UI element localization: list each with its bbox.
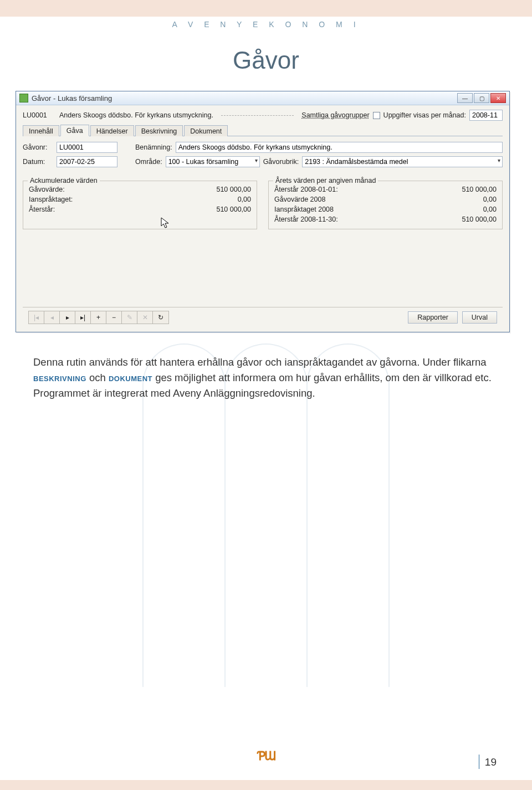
benamning-input[interactable] [176, 142, 503, 153]
tab-strip: Innehåll Gåva Händelser Beskrivning Doku… [23, 124, 503, 136]
app-icon [19, 94, 28, 102]
year-row-value: 510 000,00 [462, 186, 497, 193]
nav-first-button[interactable]: |◂ [29, 311, 44, 324]
nav-last-button[interactable]: ▸| [75, 311, 91, 324]
ackumulerade-groupbox: Ackumulerade värden Gåvovärde:510 000,00… [23, 181, 257, 229]
nav-delete-button[interactable]: − [106, 311, 122, 324]
group-checkbox[interactable] [373, 112, 380, 119]
ack-row-value: 0,00 [216, 196, 251, 203]
window-title: Gåvor - Lukas församling [32, 94, 112, 102]
tab-dokument[interactable]: Dokument [184, 125, 228, 136]
section-title: Gåvor [0, 42, 532, 91]
minimize-button[interactable]: — [457, 93, 473, 103]
nav-prev-button[interactable]: ◂ [44, 311, 60, 324]
page-number: 19 [479, 755, 497, 769]
ack-row-value: 510 000,00 [216, 186, 251, 193]
ack-row-label: Återstår: [29, 206, 205, 213]
uppgifter-input[interactable] [469, 110, 503, 121]
footer-logo: ƤƜ [258, 749, 275, 763]
nav-cancel-button[interactable]: ✕ [137, 311, 153, 324]
omrade-label: Område: [135, 158, 162, 166]
benamning-label: Benämning: [135, 143, 172, 151]
page-header: A V E N Y E K O N O M I [0, 17, 532, 42]
group-link[interactable]: Samtliga gåvogrupper [301, 111, 369, 119]
record-navigator: |◂ ◂ ▸ ▸| + − ✎ ✕ ↻ [28, 311, 169, 324]
gavorubrik-label: Gåvorubrik: [263, 158, 299, 166]
nav-edit-button[interactable]: ✎ [122, 311, 137, 324]
arets-groupbox: Årets värden per angiven månad Återstår … [268, 181, 503, 229]
minimize-icon: — [462, 95, 468, 101]
tab-gava[interactable]: Gåva [60, 125, 89, 136]
gavonr-label: Gåvonr: [23, 143, 53, 151]
body-text: Denna rutin används för att hantera erhå… [33, 355, 493, 401]
gavorubrik-select[interactable] [302, 156, 503, 167]
tab-innehall[interactable]: Innehåll [23, 125, 59, 136]
body-p1c: ges möjlighet att informera om hur gåvan… [155, 372, 492, 383]
keyword-beskrivning: beskrivning [33, 372, 86, 383]
year-row-value: 0,00 [462, 196, 497, 203]
keyword-dokument: dokument [109, 372, 152, 383]
titlebar: Gåvor - Lukas församling — ▢ ✕ [16, 91, 509, 105]
close-button[interactable]: ✕ [490, 93, 506, 103]
year-row-label: Återstår 2008-01-01: [274, 186, 451, 193]
app-window: Gåvor - Lukas församling — ▢ ✕ LU0001 An… [16, 91, 510, 332]
tab-handelser[interactable]: Händelser [90, 125, 134, 136]
nav-add-button[interactable]: + [91, 311, 106, 324]
urval-button[interactable]: Urval [462, 311, 497, 324]
year-row-label: Återstår 2008-11-30: [274, 216, 451, 223]
desc-text: Anders Skoogs dödsbo. För kyrkans utsmyc… [59, 111, 213, 119]
body-p1a: Denna rutin används för att hantera erhå… [33, 356, 487, 368]
code-label: LU0001 [23, 111, 56, 119]
footer-band [0, 780, 532, 790]
rapporter-button[interactable]: Rapporter [408, 311, 458, 324]
ack-row-label: Gåvovärde: [29, 186, 205, 193]
ack-row-value: 510 000,00 [216, 206, 251, 213]
bottom-toolbar: |◂ ◂ ▸ ▸| + − ✎ ✕ ↻ Rapporter Urval [23, 307, 503, 327]
year-legend: Årets värden per angiven månad [273, 177, 378, 184]
maximize-button[interactable]: ▢ [474, 93, 489, 103]
uppgifter-label: Uppgifter visas per månad: [383, 111, 466, 119]
maximize-icon: ▢ [479, 95, 484, 101]
tab-beskrivning[interactable]: Beskrivning [135, 125, 183, 136]
body-p2: Programmet är integrerat med Aveny Anläg… [33, 386, 493, 401]
ack-legend: Ackumulerade värden [28, 177, 100, 184]
nav-refresh-button[interactable]: ↻ [153, 311, 168, 324]
header-band [0, 0, 532, 17]
close-icon: ✕ [496, 95, 500, 101]
dotted-separator [221, 115, 294, 116]
year-row-label: Ianspråktaget 2008 [274, 206, 451, 213]
nav-next-button[interactable]: ▸ [60, 311, 75, 324]
year-row-value: 0,00 [462, 206, 497, 213]
year-row-label: Gåvovärde 2008 [274, 196, 451, 203]
year-row-value: 510 000,00 [462, 216, 497, 223]
datum-input[interactable] [57, 156, 117, 167]
datum-label: Datum: [23, 158, 53, 166]
ack-row-label: Ianspråktaget: [29, 196, 205, 203]
body-p1b: och [89, 372, 109, 383]
gavonr-input[interactable] [57, 142, 117, 153]
omrade-select[interactable] [166, 156, 260, 167]
